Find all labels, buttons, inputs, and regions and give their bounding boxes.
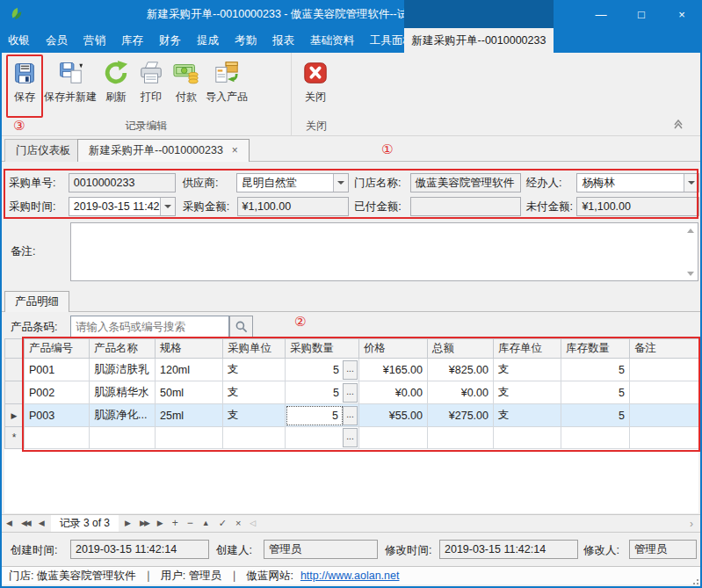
- cell-stock-unit[interactable]: 支: [494, 381, 561, 404]
- print-button[interactable]: 打印: [134, 56, 169, 107]
- current-row-marker-icon[interactable]: ▶: [4, 404, 24, 427]
- cell-total[interactable]: ¥275.00: [428, 404, 494, 427]
- menu-item-members[interactable]: 会员: [38, 28, 76, 53]
- cell-unit[interactable]: 支: [223, 381, 286, 404]
- cell-name[interactable]: 肌源净化...: [90, 404, 156, 427]
- cell-stock-unit[interactable]: 支: [494, 359, 561, 381]
- close-window-button[interactable]: ×: [662, 0, 702, 28]
- column-header-spec[interactable]: 规格: [156, 338, 223, 359]
- tab-close-icon[interactable]: ×: [232, 140, 238, 162]
- cell-spec[interactable]: [156, 427, 223, 449]
- menu-item-cashier[interactable]: 收银: [0, 28, 38, 53]
- cell-stock-qty[interactable]: 5: [561, 381, 630, 404]
- handler-combo[interactable]: 杨梅林: [576, 173, 699, 192]
- refresh-button[interactable]: 刷新: [98, 56, 134, 107]
- cell-stock-qty[interactable]: 5: [561, 359, 630, 381]
- cell-price[interactable]: ¥0.00: [359, 381, 428, 404]
- nav-prev-page-icon[interactable]: ◀◀: [17, 515, 34, 532]
- qty-editor-button[interactable]: ...: [343, 383, 358, 403]
- cell-unit[interactable]: [223, 427, 286, 449]
- barcode-search-input[interactable]: [70, 316, 229, 338]
- cell-code[interactable]: P001: [24, 359, 90, 381]
- menu-item-reports[interactable]: 报表: [264, 28, 302, 53]
- cell-name[interactable]: [90, 427, 156, 449]
- indicator-cell-row1[interactable]: [4, 359, 24, 381]
- grid-scroll-right-icon[interactable]: ›: [690, 518, 693, 530]
- collapse-ribbon-chevron-icon[interactable]: [672, 120, 684, 130]
- menu-item-inventory[interactable]: 库存: [113, 28, 151, 53]
- column-header-remark[interactable]: 备注: [630, 338, 700, 359]
- menu-item-commission[interactable]: 提成: [189, 28, 227, 53]
- qty-value-editing[interactable]: 5: [286, 406, 343, 425]
- cell-stock-unit[interactable]: 支: [494, 404, 561, 427]
- save-and-new-button[interactable]: 保存并新建: [42, 56, 98, 107]
- nav-cancel-icon[interactable]: ×: [231, 515, 245, 532]
- nav-next-page-icon[interactable]: ▶▶: [135, 515, 153, 532]
- cell-code[interactable]: [24, 427, 90, 449]
- cell-total[interactable]: ¥0.00: [428, 381, 494, 404]
- cell-qty[interactable]: 5 ...: [286, 381, 359, 404]
- nav-scroll-left-icon[interactable]: ◁: [245, 515, 260, 532]
- cell-name[interactable]: 肌源精华水: [90, 381, 156, 404]
- supplier-combo[interactable]: 昆明自然堂: [236, 173, 349, 192]
- cell-remark[interactable]: [630, 381, 700, 404]
- barcode-search-button[interactable]: [229, 316, 253, 338]
- cell-spec[interactable]: 120ml: [156, 359, 223, 381]
- column-header-product-name[interactable]: 产品名称: [90, 338, 156, 359]
- new-row-marker-icon[interactable]: *: [4, 427, 24, 449]
- column-header-purchase-qty[interactable]: 采购数量: [286, 338, 359, 359]
- import-products-button[interactable]: 导入产品: [204, 56, 250, 107]
- cell-code[interactable]: P002: [24, 381, 90, 404]
- cell-price[interactable]: ¥165.00: [359, 359, 428, 381]
- menu-item-finance[interactable]: 财务: [151, 28, 189, 53]
- cell-price[interactable]: ¥55.00: [359, 404, 428, 427]
- payment-button[interactable]: 付款: [169, 56, 204, 107]
- cell-total[interactable]: [428, 427, 494, 449]
- nav-edit-icon[interactable]: ▲: [198, 515, 214, 532]
- qty-editor-button[interactable]: ...: [343, 406, 358, 425]
- nav-first-icon[interactable]: ◀: [2, 515, 17, 532]
- menu-item-marketing[interactable]: 营销: [76, 28, 113, 53]
- handler-dropdown-icon[interactable]: [684, 174, 698, 192]
- cell-qty-focused[interactable]: 5 ...: [286, 404, 359, 427]
- cell-spec[interactable]: 50ml: [156, 381, 223, 404]
- menu-item-base-data[interactable]: 基础资料: [302, 28, 362, 53]
- cell-unit[interactable]: 支: [223, 359, 286, 381]
- qty-editor-button[interactable]: ...: [343, 360, 358, 380]
- column-header-purchase-unit[interactable]: 采购单位: [223, 338, 286, 359]
- nav-ok-icon[interactable]: ✓: [214, 515, 231, 532]
- cell-qty[interactable]: 5 ...: [286, 359, 359, 381]
- cell-remark[interactable]: [630, 427, 700, 449]
- column-header-stock-unit[interactable]: 库存单位: [494, 338, 561, 359]
- nav-last-icon[interactable]: ▶: [153, 515, 168, 532]
- purchase-time-dropdown-icon[interactable]: [160, 198, 175, 215]
- qty-editor-button[interactable]: ...: [343, 428, 358, 447]
- column-header-product-code[interactable]: 产品编号: [24, 338, 90, 359]
- maximize-button[interactable]: □: [621, 0, 662, 28]
- cell-spec[interactable]: 25ml: [156, 404, 223, 427]
- scroll-up-icon[interactable]: [685, 225, 696, 236]
- nav-next-icon[interactable]: ▶: [120, 515, 135, 532]
- indicator-cell-row2[interactable]: [4, 381, 24, 404]
- website-link[interactable]: http://www.aolan.net: [300, 570, 400, 582]
- cell-stock-qty[interactable]: 5: [561, 404, 630, 427]
- column-header-total[interactable]: 总额: [428, 338, 494, 359]
- nav-delete-icon[interactable]: −: [183, 515, 198, 532]
- cell-remark[interactable]: [630, 359, 700, 381]
- cell-unit[interactable]: 支: [223, 404, 286, 427]
- purchase-time-combo[interactable]: 2019-03-15 11:42: [69, 197, 176, 216]
- tab-product-detail[interactable]: 产品明细: [4, 291, 69, 312]
- nav-prev-icon[interactable]: ◀: [34, 515, 49, 532]
- tab-new-purchase-order[interactable]: 新建采购开单--0010000233 ×: [77, 139, 250, 162]
- menu-item-attendance[interactable]: 考勤: [227, 28, 264, 53]
- cell-code[interactable]: P003: [24, 404, 90, 427]
- cell-name[interactable]: 肌源洁肤乳: [90, 359, 156, 381]
- tab-store-dashboard[interactable]: 门店仪表板: [4, 139, 83, 162]
- save-button[interactable]: 保存: [7, 56, 42, 107]
- close-tab-button[interactable]: 关闭: [298, 56, 333, 107]
- cell-stock-qty[interactable]: [561, 427, 630, 449]
- cell-qty[interactable]: ...: [286, 427, 359, 449]
- remarks-textarea[interactable]: [70, 222, 698, 281]
- cell-total[interactable]: ¥825.00: [428, 359, 494, 381]
- supplier-dropdown-icon[interactable]: [333, 174, 348, 192]
